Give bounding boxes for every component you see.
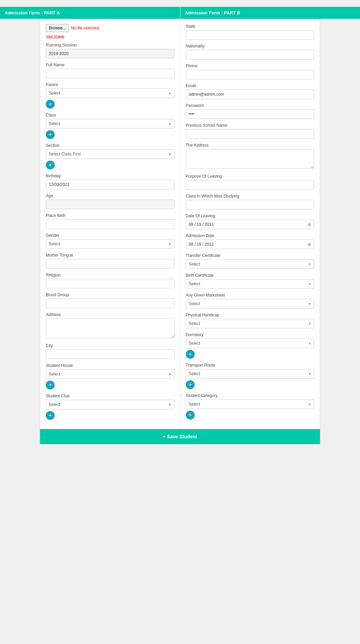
category-select[interactable]: Select	[186, 399, 315, 409]
dormitory-select[interactable]: Select	[186, 339, 315, 348]
class-add-button[interactable]: +	[46, 130, 55, 139]
nationality-input[interactable]	[186, 50, 315, 59]
part-b-header: Admission Form - PART B	[180, 7, 360, 19]
student-club-group: Student Club Select ▼ +	[46, 394, 175, 420]
section-label: Section	[46, 143, 175, 148]
birth-cert-select[interactable]: Select	[186, 279, 315, 289]
prev-school-input[interactable]	[186, 129, 315, 139]
prev-school-group: Previous School Name	[186, 123, 315, 139]
prev-school-label: Previous School Name	[186, 123, 315, 128]
category-group: Student Category Select ▼ +	[186, 393, 315, 420]
date-leaving-clear-icon[interactable]: ⊗	[307, 222, 311, 227]
class-studying-input[interactable]	[186, 200, 315, 209]
state-input[interactable]	[186, 30, 315, 40]
gender-group: Gender Select ▼	[46, 233, 175, 249]
phone-label: Phone	[186, 64, 315, 68]
dormitory-group: Dormitory Select ▼ +	[186, 332, 315, 359]
nationality-label: Nationality	[186, 44, 315, 49]
transfer-cert-group: Transfer Certificate Select ▼	[186, 253, 315, 269]
state-label: State	[186, 24, 315, 29]
city-label: City	[46, 343, 175, 348]
birth-cert-group: Birth Certificate Select ▼	[186, 273, 315, 289]
birth-cert-label: Birth Certificate	[186, 273, 315, 278]
category-label: Student Category	[186, 393, 315, 398]
gender-select[interactable]: Select	[46, 239, 175, 249]
admission-date-input[interactable]	[186, 239, 315, 249]
student-club-label: Student Club	[46, 394, 175, 398]
transfer-cert-select[interactable]: Select	[186, 259, 315, 269]
category-add-button[interactable]: +	[186, 411, 195, 420]
handicap-select[interactable]: Select	[186, 319, 315, 328]
student-club-add-button[interactable]: +	[46, 411, 55, 420]
password-label: Password	[186, 103, 315, 108]
full-name-label: Full Name	[46, 63, 175, 67]
full-name-input[interactable]	[46, 69, 175, 78]
nationality-group: Nationality	[186, 44, 315, 59]
part-a-panel: Browse... No file selected. your image R…	[40, 19, 180, 429]
parent-select[interactable]: Select	[46, 88, 175, 98]
class-studying-group: Class In Which Was Studying	[186, 194, 315, 209]
student-house-label: Student House	[46, 363, 175, 368]
parent-label: Parent	[46, 82, 175, 87]
email-group: Email	[186, 83, 315, 99]
admission-date-clear-icon[interactable]: ⊗	[307, 242, 311, 247]
email-input[interactable]	[186, 90, 315, 99]
parent-add-button[interactable]: +	[46, 100, 55, 109]
religion-label: Religion	[46, 273, 175, 277]
purpose-leaving-input[interactable]	[186, 180, 315, 190]
student-club-select[interactable]: Select	[46, 400, 175, 409]
city-input[interactable]	[46, 350, 175, 359]
blood-group-group: Blood Group	[46, 292, 175, 308]
marksheet-select[interactable]: Select	[186, 299, 315, 309]
mother-tongue-group: Mother Tongue	[46, 253, 175, 269]
purpose-leaving-group: Purpose Of Leaving	[186, 174, 315, 190]
password-input[interactable]	[186, 109, 315, 119]
phone-group: Phone	[186, 64, 315, 79]
handicap-label: Physical Handicap	[186, 313, 315, 317]
browse-button[interactable]: Browse...	[46, 24, 69, 32]
gender-label: Gender	[46, 233, 175, 238]
the-address-group: The Address	[186, 143, 315, 170]
blood-group-label: Blood Group	[46, 292, 175, 297]
section-add-button[interactable]: +	[46, 161, 55, 169]
parent-group: Parent Select ▼ +	[46, 82, 175, 109]
student-house-add-button[interactable]: +	[46, 381, 55, 389]
student-house-select[interactable]: Select	[46, 369, 175, 379]
password-group: Password	[186, 103, 315, 119]
state-group: State	[186, 24, 315, 40]
religion-input[interactable]	[46, 279, 175, 288]
the-address-label: The Address	[186, 143, 315, 148]
blood-group-input[interactable]	[46, 299, 175, 308]
mother-tongue-input[interactable]	[46, 259, 175, 269]
age-label: Age	[46, 193, 175, 198]
mother-tongue-label: Mother Tongue	[46, 253, 175, 258]
purpose-leaving-label: Purpose Of Leaving	[186, 174, 315, 179]
image-upload-group: Browse... No file selected. your image	[46, 24, 175, 39]
birthday-input[interactable]	[46, 180, 175, 189]
student-house-group: Student House Select ▼ +	[46, 363, 175, 389]
running-session-input	[46, 49, 175, 58]
date-leaving-input[interactable]	[186, 220, 315, 229]
class-group: Class Select ▼ +	[46, 113, 175, 139]
the-address-input[interactable]	[186, 149, 315, 169]
save-student-button[interactable]: + Save Student	[40, 429, 320, 444]
dormitory-add-button[interactable]: +	[186, 350, 195, 359]
section-select[interactable]: Select Class First	[46, 149, 175, 159]
address-label: Address	[46, 312, 175, 317]
place-birth-input[interactable]	[46, 219, 175, 229]
class-select[interactable]: Select	[46, 119, 175, 128]
date-leaving-group: Date Of Leaving ⊗	[186, 214, 315, 229]
transport-add-button[interactable]: +	[186, 380, 195, 389]
birthday-label: Birthday	[46, 174, 175, 178]
admission-date-label: Admission Date	[186, 233, 315, 238]
phone-input[interactable]	[186, 70, 315, 79]
section-group: Section Select Class First ▼ +	[46, 143, 175, 169]
full-name-group: Full Name	[46, 63, 175, 78]
place-birth-label: Place Birth	[46, 213, 175, 218]
birthday-group: Birthday	[46, 174, 175, 189]
transport-group: Transport Route Select ▼ +	[186, 363, 315, 389]
transport-select[interactable]: Select	[186, 369, 315, 379]
your-image-link[interactable]: your image	[46, 34, 64, 38]
address-group: Address	[46, 312, 175, 339]
address-input[interactable]	[46, 318, 175, 338]
